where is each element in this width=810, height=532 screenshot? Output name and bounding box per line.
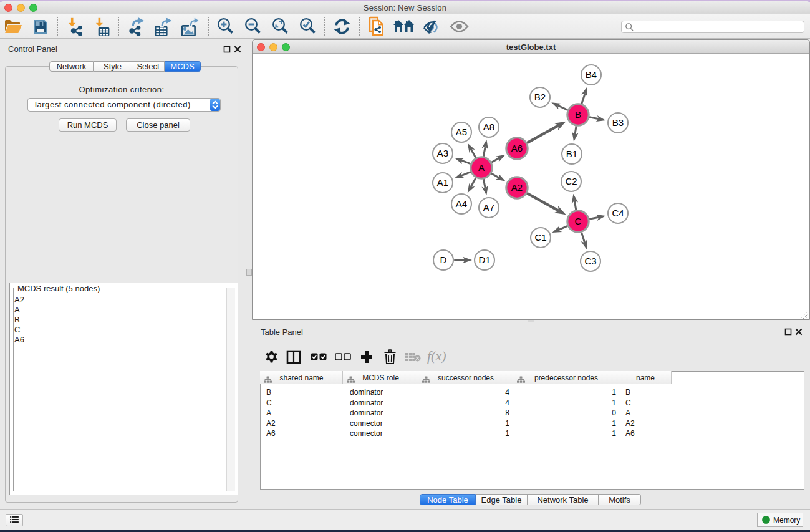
svg-text:A: A <box>478 162 485 173</box>
svg-text:D: D <box>440 254 447 265</box>
svg-text:A2: A2 <box>511 182 523 193</box>
svg-text:B1: B1 <box>566 148 577 159</box>
svg-text:B: B <box>575 109 581 120</box>
svg-text:C: C <box>575 216 582 226</box>
svg-text:C3: C3 <box>584 256 596 266</box>
svg-text:A8: A8 <box>483 122 494 132</box>
svg-text:A5: A5 <box>456 127 467 137</box>
svg-text:C2: C2 <box>565 176 577 186</box>
svg-text:A3: A3 <box>437 148 448 158</box>
svg-text:A1: A1 <box>437 177 448 188</box>
svg-text:A6: A6 <box>511 143 523 153</box>
svg-text:A7: A7 <box>483 202 494 213</box>
svg-text:A4: A4 <box>456 198 467 209</box>
svg-text:C4: C4 <box>612 208 624 218</box>
svg-text:B2: B2 <box>534 92 546 102</box>
svg-text:C1: C1 <box>534 232 546 243</box>
svg-text:B3: B3 <box>612 117 624 128</box>
svg-text:D1: D1 <box>478 254 490 265</box>
svg-text:B4: B4 <box>586 69 597 80</box>
